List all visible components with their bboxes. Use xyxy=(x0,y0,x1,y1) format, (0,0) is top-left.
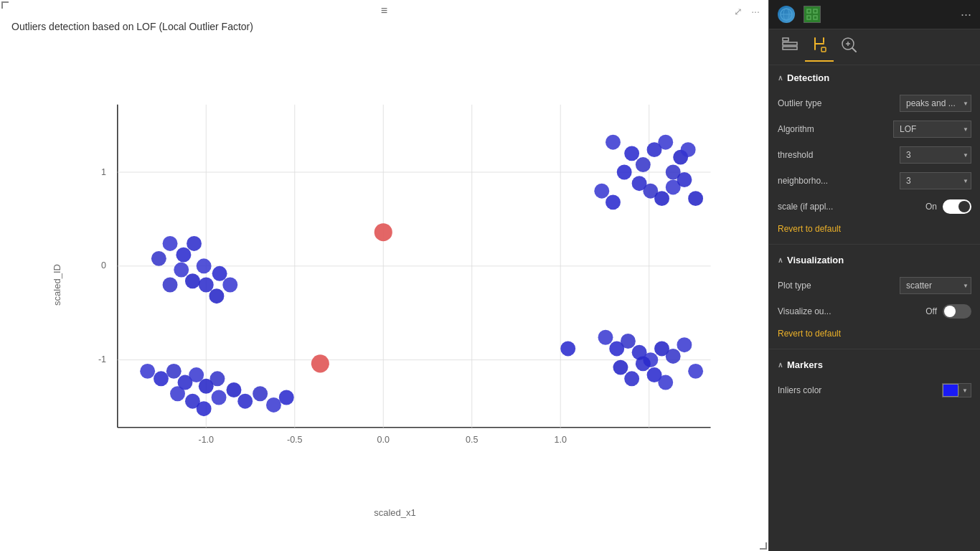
visualize-label: Visualize ou... xyxy=(778,306,925,316)
revert-visualization-button[interactable]: Revert to default xyxy=(769,324,980,346)
outlier-type-select[interactable]: peaks and ... peaks valleys xyxy=(900,95,971,112)
globe-icon xyxy=(778,6,795,23)
chart-wrapper: scaled_ID scaled_x1 1 0 xyxy=(0,33,768,551)
svg-point-48 xyxy=(209,288,224,303)
svg-point-31 xyxy=(654,191,669,206)
threshold-label: threshold xyxy=(778,150,900,160)
svg-point-76 xyxy=(237,394,253,409)
svg-rect-87 xyxy=(807,16,811,19)
visualize-toggle[interactable] xyxy=(943,304,971,319)
svg-point-75 xyxy=(226,382,241,397)
visualize-toggle-off-label: Off xyxy=(925,306,937,316)
algorithm-select[interactable]: LOF IsolationForest xyxy=(893,121,971,138)
corner-bracket-tl xyxy=(1,1,9,9)
markers-chevron-icon: ∧ xyxy=(778,361,783,369)
hamburger-menu-icon[interactable]: ≡ xyxy=(381,4,387,17)
svg-point-33 xyxy=(677,172,692,187)
neighborhood-label: neighborho... xyxy=(778,176,900,186)
svg-point-41 xyxy=(174,263,189,278)
scale-toggle-container: On xyxy=(925,199,971,214)
revert-detection-button[interactable]: Revert to default xyxy=(769,220,980,241)
tab-fields[interactable] xyxy=(775,33,805,61)
svg-point-36 xyxy=(688,191,703,206)
svg-point-42 xyxy=(184,273,199,288)
svg-point-65 xyxy=(154,371,169,386)
section-divider-2 xyxy=(769,349,980,349)
svg-point-59 xyxy=(658,375,673,390)
panel-more-options-icon[interactable]: ··· xyxy=(961,7,971,22)
svg-point-79 xyxy=(278,390,293,405)
chart-area: ≡ ⤢ ··· Outliers detection based on LOF … xyxy=(0,0,768,551)
svg-point-34 xyxy=(594,184,609,199)
svg-point-78 xyxy=(266,397,281,413)
tab-format[interactable] xyxy=(805,32,834,62)
svg-rect-85 xyxy=(807,9,811,13)
svg-point-47 xyxy=(222,278,237,293)
svg-point-55 xyxy=(665,349,680,364)
scale-label: scale (if appl... xyxy=(778,202,925,212)
svg-rect-89 xyxy=(783,38,788,41)
svg-point-66 xyxy=(166,364,181,379)
neighborhood-row: neighborho... 3 5 10 xyxy=(769,168,980,194)
svg-point-21 xyxy=(624,146,639,161)
tab-analytics[interactable] xyxy=(834,32,864,62)
y-axis-label: scaled_ID xyxy=(52,264,62,306)
inliers-color-swatch[interactable] xyxy=(943,384,958,397)
svg-point-46 xyxy=(212,266,227,281)
svg-point-71 xyxy=(170,386,185,401)
scatter-grid-icon xyxy=(804,6,821,23)
svg-text:0: 0 xyxy=(101,260,106,270)
svg-point-74 xyxy=(211,390,226,405)
outlier-type-label: Outlier type xyxy=(778,98,900,108)
svg-point-20 xyxy=(606,135,621,150)
markers-section-header[interactable]: ∧ Markers xyxy=(769,352,980,377)
svg-point-28 xyxy=(616,165,631,180)
threshold-select[interactable]: 3 2 5 xyxy=(900,146,971,164)
threshold-row: threshold 3 2 5 xyxy=(769,142,980,168)
svg-point-27 xyxy=(680,142,695,157)
threshold-dropdown-wrapper: 3 2 5 xyxy=(900,146,971,164)
svg-point-64 xyxy=(140,364,155,379)
algorithm-dropdown-wrapper: LOF IsolationForest xyxy=(893,121,971,138)
svg-point-22 xyxy=(635,157,650,172)
neighborhood-select[interactable]: 3 5 10 xyxy=(900,172,971,189)
detection-chevron-icon: ∧ xyxy=(778,74,783,82)
outlier-type-dropdown-wrapper: peaks and ... peaks valleys xyxy=(900,95,971,112)
svg-text:-1.0: -1.0 xyxy=(198,435,214,445)
inliers-color-dropdown-arrow[interactable]: ▼ xyxy=(958,386,971,395)
scale-toggle[interactable] xyxy=(943,199,971,214)
svg-point-56 xyxy=(677,337,692,352)
svg-point-45 xyxy=(198,278,213,293)
svg-point-73 xyxy=(196,401,211,416)
scale-row: scale (if appl... On xyxy=(769,194,980,220)
svg-rect-88 xyxy=(814,16,817,19)
scatter-plot: scaled_ID scaled_x1 1 0 xyxy=(72,77,718,493)
svg-point-61 xyxy=(624,371,639,386)
visualization-section-label: Visualization xyxy=(787,255,844,265)
more-options-icon[interactable]: ··· xyxy=(748,4,763,19)
chart-title: Outliers detection based on LOF (Local O… xyxy=(11,21,253,32)
visualization-section-header[interactable]: ∧ Visualization xyxy=(769,248,980,273)
outlier-type-row: Outlier type peaks and ... peaks valleys xyxy=(769,90,980,116)
svg-point-51 xyxy=(620,334,635,349)
panel-content: ∧ Detection Outlier type peaks and ... p… xyxy=(769,65,980,551)
inliers-color-swatch-dropdown[interactable]: ▼ xyxy=(942,383,971,397)
neighborhood-dropdown-wrapper: 3 5 10 xyxy=(900,172,971,189)
svg-text:1: 1 xyxy=(101,167,106,177)
expand-icon[interactable]: ⤢ xyxy=(731,4,745,19)
svg-point-38 xyxy=(176,248,191,263)
inliers-color-row: Inliers color ▼ xyxy=(769,377,980,403)
svg-rect-92 xyxy=(821,47,826,52)
detection-section-header[interactable]: ∧ Detection xyxy=(769,65,980,90)
svg-point-40 xyxy=(187,236,202,251)
chart-top-icons: ⤢ ··· xyxy=(731,4,763,19)
plot-type-dropdown-wrapper: scatter line bar xyxy=(900,277,971,294)
svg-rect-86 xyxy=(814,9,817,13)
svg-point-49 xyxy=(598,330,613,345)
visualize-row: Visualize ou... Off xyxy=(769,298,980,324)
svg-point-43 xyxy=(162,278,177,293)
algorithm-label: Algorithm xyxy=(778,124,893,134)
plot-type-select[interactable]: scatter line bar xyxy=(900,277,971,294)
svg-text:1.0: 1.0 xyxy=(554,435,566,445)
svg-point-80 xyxy=(374,223,392,241)
